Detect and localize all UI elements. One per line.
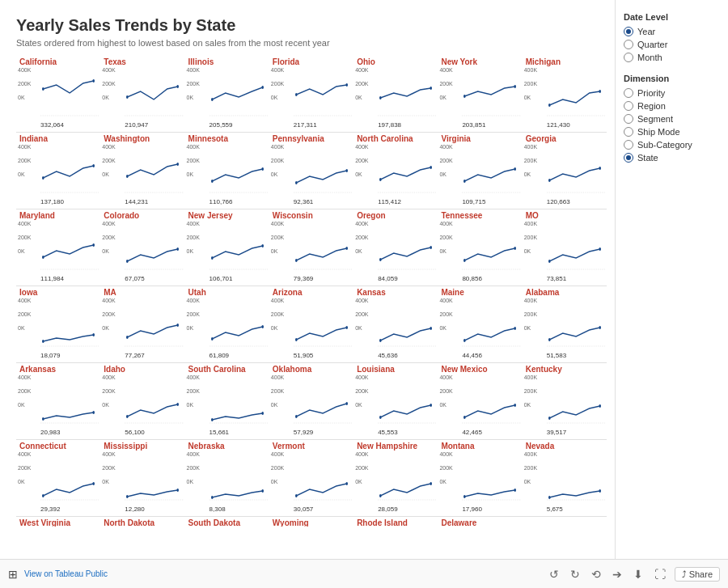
- state-value-label: 80,856: [462, 275, 481, 282]
- app-wrapper: Yearly Sales Trends by State States orde…: [0, 0, 728, 588]
- dimension-section: Dimension PriorityRegionSegmentShip Mode…: [624, 74, 720, 163]
- sparkline-svg: [210, 154, 268, 194]
- dimension-option-segment[interactable]: Segment: [624, 114, 720, 124]
- date-level-option-year[interactable]: Year: [624, 27, 720, 36]
- chart-cell: New Hampshire400K200K0K28,059: [353, 440, 438, 517]
- state-value-label: 12,280: [125, 506, 144, 513]
- state-value-label: 84,059: [378, 275, 397, 282]
- chart-cell: South Carolina400K200K0K15,661: [185, 363, 269, 440]
- undo-icon[interactable]: ↺: [549, 568, 559, 581]
- sparkline-svg: [547, 154, 605, 194]
- chart-cell: Montana400K200K0K17,960: [438, 440, 522, 517]
- sparkline-container: [294, 384, 352, 425]
- y-axis-labels: 400K200K0K: [524, 298, 537, 339]
- y-axis-labels: 400K200K0K: [439, 67, 452, 108]
- sparkline-svg: [462, 307, 520, 348]
- state-name-label: Louisiana: [357, 365, 434, 374]
- radio-label: Region: [637, 101, 666, 111]
- state-value-label: 92,361: [294, 198, 313, 205]
- dimension-option-sub-category[interactable]: Sub-Category: [624, 140, 720, 150]
- sparkline-svg: [378, 154, 436, 194]
- sparkline-svg: [547, 231, 605, 271]
- svg-point-103: [548, 417, 551, 420]
- radio-indicator: [624, 114, 633, 124]
- svg-point-113: [261, 489, 264, 493]
- svg-point-44: [92, 243, 95, 247]
- chart-cell: California400K200K0K332,064: [16, 56, 100, 133]
- chart-cell: New York400K200K0K203,851: [438, 56, 522, 133]
- download-icon[interactable]: ⬇: [633, 568, 643, 581]
- state-name-label: Washington: [104, 134, 181, 143]
- chart-cell: Nevada400K200K0K5,675: [523, 440, 607, 517]
- sparkline-container: [294, 231, 352, 271]
- forward-icon[interactable]: ➔: [612, 568, 622, 581]
- dimension-option-state[interactable]: State: [624, 153, 720, 163]
- y-axis-labels: 400K200K0K: [187, 67, 200, 108]
- sparkline-container: [378, 307, 436, 348]
- y-axis-labels: 400K200K0K: [439, 451, 452, 493]
- redo-icon[interactable]: ↻: [570, 568, 580, 581]
- svg-point-4: [126, 95, 129, 99]
- dimension-option-priority[interactable]: Priority: [624, 88, 720, 98]
- svg-point-86: [92, 411, 95, 414]
- chart-cell: Kentucky400K200K0K39,517: [523, 363, 607, 440]
- date-level-option-month[interactable]: Month: [624, 53, 720, 62]
- dimension-options: PriorityRegionSegmentShip ModeSub-Catego…: [624, 88, 720, 163]
- state-value-label: 110,766: [210, 198, 233, 205]
- radio-label: Quarter: [637, 40, 667, 49]
- svg-point-8: [261, 86, 264, 89]
- svg-point-79: [463, 339, 466, 342]
- svg-point-95: [345, 402, 348, 405]
- state-name-label: North Carolina: [357, 134, 434, 143]
- svg-point-112: [211, 496, 214, 499]
- chart-cell: MA400K200K0K77,267: [100, 286, 184, 363]
- fullscreen-icon[interactable]: ⛶: [654, 568, 666, 581]
- state-name-label: Maine: [441, 288, 518, 297]
- sparkline-container: [40, 461, 99, 501]
- state-name-label: Arkansas: [19, 365, 97, 374]
- chart-cell: Tennessee400K200K0K80,856: [438, 209, 522, 286]
- date-level-section: Date Level YearQuarterMonth: [624, 12, 720, 62]
- state-name-label: Vermont: [273, 442, 350, 451]
- radio-indicator: [624, 127, 633, 137]
- sparkline-svg: [462, 384, 520, 425]
- svg-point-31: [295, 181, 298, 184]
- y-axis-labels: 400K200K0K: [271, 374, 284, 416]
- radio-label: State: [637, 153, 658, 163]
- sparkline-svg: [462, 461, 520, 501]
- sparkline-svg: [547, 384, 605, 425]
- svg-point-13: [379, 96, 382, 99]
- tableau-grid-icon: ⊞: [8, 568, 18, 581]
- state-value-label: 137,180: [40, 198, 64, 205]
- date-level-option-quarter[interactable]: Quarter: [624, 40, 720, 49]
- page-title: Yearly Sales Trends by State: [16, 16, 607, 35]
- svg-point-52: [295, 259, 298, 262]
- state-name-label: Idaho: [104, 365, 181, 374]
- sparkline-container: [210, 384, 268, 425]
- svg-point-94: [295, 415, 298, 418]
- state-name-label: South Carolina: [188, 365, 266, 374]
- share-button[interactable]: ⤴ Share: [675, 567, 720, 582]
- y-axis-labels: 400K200K0K: [524, 67, 537, 108]
- svg-point-32: [345, 169, 348, 172]
- state-name-label: Arizona: [273, 288, 350, 297]
- y-axis-labels: 400K200K0K: [187, 221, 200, 262]
- sparkline-svg: [378, 231, 436, 271]
- state-name-label: Maryland: [19, 211, 97, 220]
- y-axis-labels: 400K200K0K: [271, 221, 284, 262]
- radio-indicator: [624, 140, 633, 150]
- back-icon[interactable]: ⟲: [591, 568, 601, 581]
- state-name-label: Connecticut: [19, 442, 97, 451]
- chart-cell: Oregon400K200K0K84,059: [353, 209, 438, 286]
- svg-point-7: [211, 98, 214, 101]
- y-axis-labels: 400K200K0K: [271, 451, 284, 493]
- dimension-option-ship-mode[interactable]: Ship Mode: [624, 127, 720, 137]
- sparkline-container: [40, 154, 99, 194]
- sparkline-svg: [40, 77, 99, 117]
- state-name-label: Oklahoma: [273, 365, 350, 374]
- chart-cell: Georgia400K200K0K120,663: [523, 133, 607, 209]
- dimension-option-region[interactable]: Region: [624, 101, 720, 111]
- sparkline-container: [210, 154, 268, 194]
- tableau-link[interactable]: View on Tableau Public: [24, 569, 108, 578]
- state-name-label: Kentucky: [526, 365, 603, 374]
